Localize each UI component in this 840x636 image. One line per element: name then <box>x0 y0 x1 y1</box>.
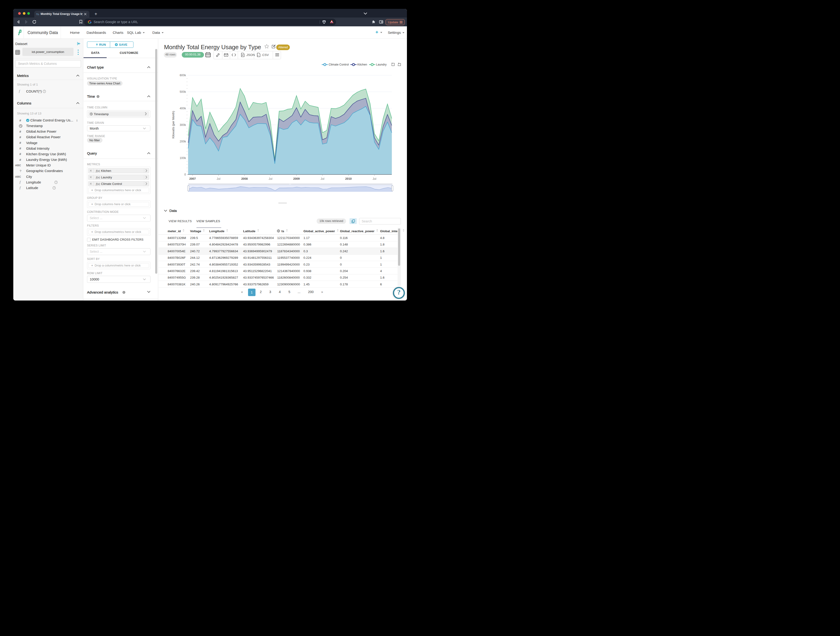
svg-text:Kilowatts (per Month): Kilowatts (per Month) <box>172 111 175 139</box>
svg-text:2010: 2010 <box>345 177 352 181</box>
svg-text:2009: 2009 <box>293 177 300 181</box>
svg-text:2008: 2008 <box>241 177 248 181</box>
svg-text:Jul: Jul <box>373 177 376 181</box>
svg-text:200k: 200k <box>180 140 186 143</box>
svg-text:Jul: Jul <box>217 177 221 181</box>
svg-text:100k: 100k <box>180 156 186 160</box>
svg-text:Jul: Jul <box>321 177 324 181</box>
svg-text:0: 0 <box>184 173 186 176</box>
svg-text:400k: 400k <box>180 107 186 110</box>
svg-text:Jul: Jul <box>268 177 272 181</box>
svg-text:2007: 2007 <box>189 177 196 181</box>
svg-text:500k: 500k <box>180 90 186 93</box>
svg-text:x: x <box>257 54 259 57</box>
svg-text:600k: 600k <box>180 74 186 77</box>
svg-text:300k: 300k <box>180 123 186 127</box>
svg-text:?: ? <box>55 181 57 184</box>
svg-text:?: ? <box>54 187 55 189</box>
svg-text:?: ? <box>44 90 45 93</box>
